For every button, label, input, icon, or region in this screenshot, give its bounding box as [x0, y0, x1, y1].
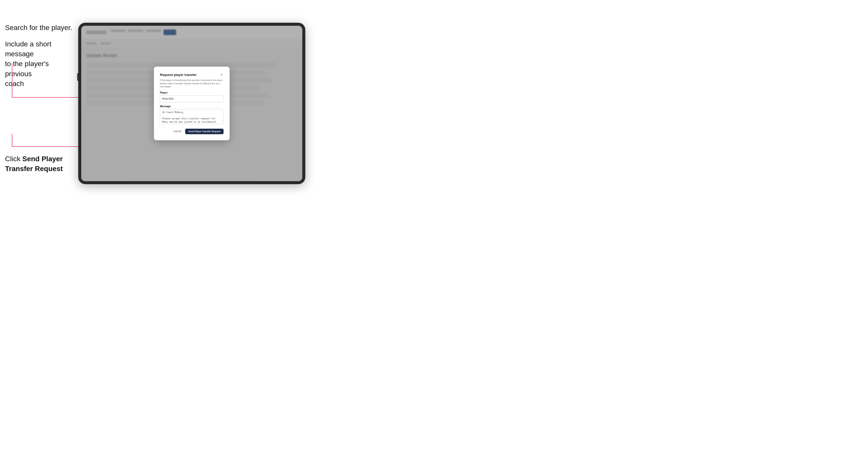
- message-textarea[interactable]: Hi Coach McHarg, Please accept this tran…: [160, 109, 223, 124]
- close-icon[interactable]: ×: [219, 73, 223, 77]
- cancel-button[interactable]: Cancel: [171, 129, 183, 134]
- tablet-side-button: [77, 73, 78, 81]
- annotation-message: Include a short messageto the player's p…: [5, 39, 76, 89]
- tablet-screen: Update Roster Request player transfer × …: [81, 26, 302, 181]
- arrow-line-1-vertical: [12, 63, 12, 98]
- arrow-line-2-vertical: [12, 134, 12, 147]
- annotation-search: Search for the player.: [5, 23, 72, 33]
- modal-footer: Cancel Send Player Transfer Request: [160, 129, 223, 134]
- tablet-device: Update Roster Request player transfer × …: [78, 23, 305, 184]
- send-transfer-button[interactable]: Send Player Transfer Request: [185, 129, 223, 134]
- modal-dialog: Request player transfer × If the player …: [154, 67, 229, 140]
- modal-overlay: Request player transfer × If the player …: [81, 26, 302, 181]
- modal-header: Request player transfer ×: [160, 73, 223, 77]
- annotation-click: Click Send Player Transfer Request: [5, 154, 81, 174]
- modal-description: If the player is transferring from anoth…: [160, 79, 223, 88]
- message-label: Message: [160, 105, 223, 108]
- player-label: Player: [160, 91, 223, 94]
- modal-title: Request player transfer: [160, 73, 196, 77]
- player-input[interactable]: [160, 95, 223, 102]
